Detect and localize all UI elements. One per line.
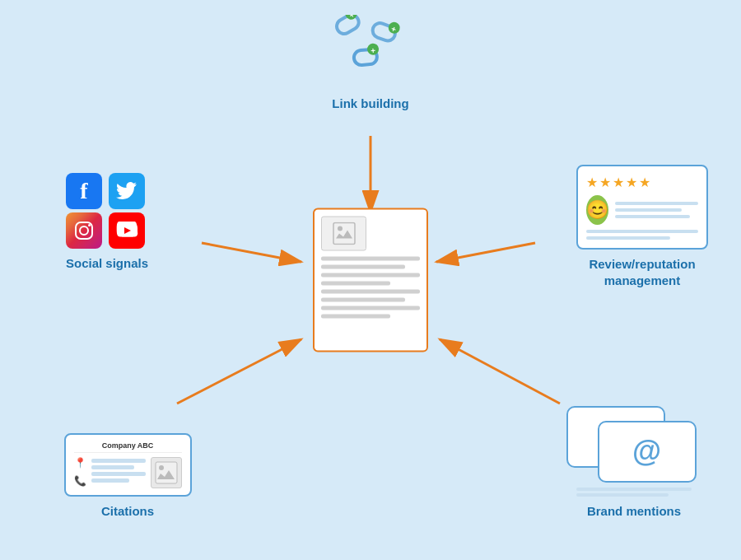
doc-line-1 xyxy=(321,257,420,261)
svg-point-24 xyxy=(159,465,164,470)
doc-line-8 xyxy=(321,315,390,319)
svg-point-22 xyxy=(88,224,91,226)
brand-box: @ @ xyxy=(566,406,702,484)
svg-point-21 xyxy=(80,226,88,235)
instagram-icon xyxy=(66,212,102,249)
citation-box: Company ABC 📍 📞 xyxy=(64,433,192,497)
svg-rect-6 xyxy=(333,223,355,245)
review-lines xyxy=(615,202,698,218)
doc-line-7 xyxy=(321,306,420,310)
smiley-icon: 😊 xyxy=(586,195,608,225)
citation-image xyxy=(151,457,182,488)
svg-line-2 xyxy=(202,243,301,262)
social-icons-grid: f xyxy=(66,173,148,249)
brand-mentions-section: @ @ Brand mentions xyxy=(552,406,716,520)
facebook-icon: f xyxy=(66,173,102,209)
twitter-icon xyxy=(109,173,145,209)
at-symbol-2: @ xyxy=(632,434,661,469)
location-icon: 📍 xyxy=(74,457,86,469)
link-icons: + + + xyxy=(317,15,424,89)
doc-line-2 xyxy=(321,265,405,269)
doc-line-5 xyxy=(321,290,420,294)
link-building-label: Link building xyxy=(332,96,408,112)
doc-line-3 xyxy=(321,273,420,278)
doc-image xyxy=(321,217,366,251)
diagram-container: + + + Link building xyxy=(0,0,741,560)
doc-line-4 xyxy=(321,282,390,286)
brand-mentions-label: Brand mentions xyxy=(587,503,681,520)
svg-line-3 xyxy=(436,243,535,262)
citations-label: Citations xyxy=(101,503,154,520)
stars-rating: ★★★★★ xyxy=(586,175,652,190)
svg-rect-23 xyxy=(156,462,177,483)
review-bottom-lines xyxy=(586,230,698,240)
review-reputation-label: Review/reputation management xyxy=(589,256,695,288)
citation-content: 📍 📞 xyxy=(74,457,182,488)
center-document xyxy=(313,208,428,352)
doc-line-6 xyxy=(321,298,405,302)
youtube-icon xyxy=(109,212,145,249)
svg-point-7 xyxy=(338,226,343,231)
social-signals-section: f Social signals xyxy=(25,173,189,272)
citation-icon-column: 📍 📞 xyxy=(74,457,86,487)
phone-icon: 📞 xyxy=(74,475,86,487)
social-signals-label: Social signals xyxy=(66,255,148,272)
chat-bubble-2: @ xyxy=(598,421,697,483)
link-building-section: + + + Link building xyxy=(288,15,453,112)
review-box: ★★★★★ 😊 xyxy=(576,165,708,250)
svg-line-5 xyxy=(440,339,560,404)
citation-company-name: Company ABC xyxy=(74,441,182,453)
svg-text:+: + xyxy=(370,45,376,54)
citations-section: Company ABC 📍 📞 xyxy=(45,433,210,520)
review-reputation-section: ★★★★★ 😊 Review/reputation management xyxy=(560,165,725,288)
svg-line-4 xyxy=(177,339,301,404)
